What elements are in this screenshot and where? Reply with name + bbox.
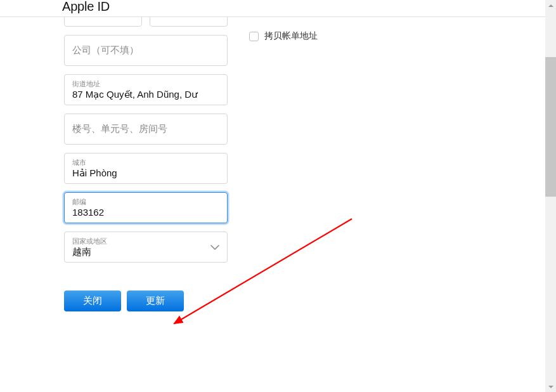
last-name-value: geuser (72, 17, 134, 18)
company-field[interactable]: 公司（可不填） (64, 35, 228, 66)
street-label: 街道地址 (72, 79, 219, 88)
country-label: 国家或地区 (72, 237, 204, 245)
street-address-field[interactable]: 街道地址 87 Mạc Quyết, Anh Dũng, Dư (64, 74, 228, 105)
address-line2-placeholder: 楼号、单元号、房间号 (72, 123, 219, 135)
scrollbar-up[interactable] (545, 0, 556, 11)
scrollbar-down[interactable] (545, 381, 556, 392)
update-button[interactable]: 更新 (127, 291, 184, 311)
postal-label: 邮编 (72, 197, 219, 206)
country-field[interactable]: 国家或地区 越南 (64, 232, 228, 263)
city-value: Hải Phòng (72, 167, 219, 180)
last-name-field[interactable]: geuser (64, 17, 142, 27)
company-placeholder: 公司（可不填） (72, 44, 219, 56)
postal-input[interactable] (72, 206, 219, 219)
page-title: Apple ID (62, 0, 556, 13)
address-line2-field[interactable]: 楼号、单元号、房间号 (64, 114, 228, 145)
first-name-field[interactable]: Kevin (150, 17, 228, 27)
city-label: 城市 (72, 158, 219, 167)
postal-code-field[interactable]: 邮编 (64, 192, 228, 223)
street-value: 87 Mạc Quyết, Anh Dũng, Dư (72, 88, 219, 101)
header: Apple ID (0, 0, 556, 17)
close-button[interactable]: 关闭 (64, 291, 121, 311)
country-value: 越南 (72, 245, 204, 258)
chevron-down-icon (210, 245, 219, 250)
first-name-value: Kevin (158, 17, 219, 18)
city-field[interactable]: 城市 Hải Phòng (64, 153, 228, 184)
